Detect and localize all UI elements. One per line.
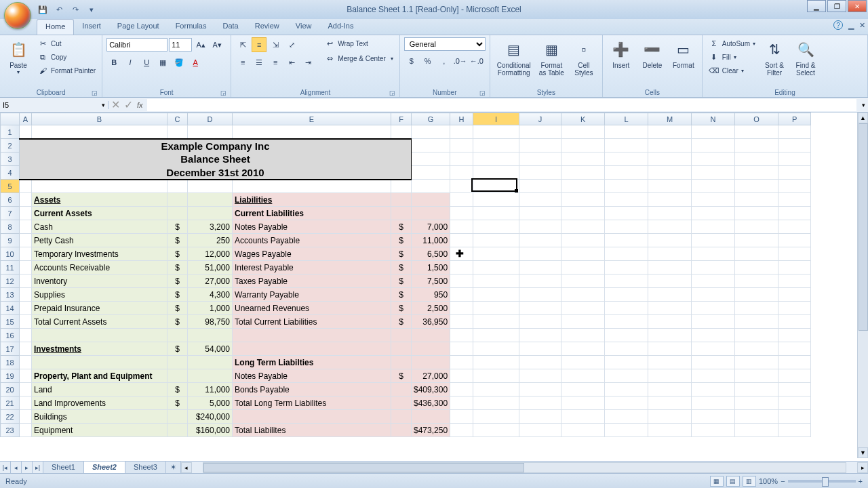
title-row-4[interactable]: December 31st 2010 xyxy=(20,166,412,180)
new-sheet-icon[interactable]: ✶ xyxy=(166,462,181,473)
align-center-icon[interactable]: ☰ xyxy=(252,55,267,70)
cell-M4[interactable] xyxy=(648,166,692,180)
page-break-view-icon[interactable]: ▥ xyxy=(743,476,756,487)
cell-O15[interactable] xyxy=(735,315,778,329)
cell-E20[interactable]: Bonds Payable xyxy=(233,383,391,396)
cell-B8[interactable]: Cash xyxy=(32,220,167,234)
cell-N20[interactable] xyxy=(692,383,735,396)
cell-H2[interactable] xyxy=(450,139,473,152)
cell-A8[interactable] xyxy=(20,220,32,234)
cell-J4[interactable] xyxy=(519,166,561,180)
cell-I6[interactable] xyxy=(473,193,519,207)
cell-L22[interactable] xyxy=(605,410,648,424)
cell-N10[interactable] xyxy=(692,247,735,261)
cell-K19[interactable] xyxy=(561,369,605,383)
row-head-1[interactable]: 1 xyxy=(1,125,20,139)
cell-K11[interactable] xyxy=(561,261,605,274)
row-head-6[interactable]: 6 xyxy=(1,193,20,207)
cell-A23[interactable] xyxy=(20,424,32,437)
cell-M14[interactable] xyxy=(648,302,692,315)
cell-P5[interactable] xyxy=(778,180,811,193)
cell-F17[interactable] xyxy=(391,342,412,356)
zoom-slider[interactable] xyxy=(788,480,856,483)
cell-G6[interactable] xyxy=(412,193,450,207)
cell-C10[interactable]: $ xyxy=(167,247,188,261)
cell-D21[interactable]: 5,000 xyxy=(188,396,233,410)
cell-M17[interactable] xyxy=(648,342,692,356)
cell-F8[interactable]: $ xyxy=(391,220,412,234)
cell-A12[interactable] xyxy=(20,274,32,288)
clear-button[interactable]: ⌫Clear▾ xyxy=(707,64,757,77)
cell-I11[interactable] xyxy=(473,261,519,274)
cell-I12[interactable] xyxy=(473,274,519,288)
cell-N3[interactable] xyxy=(692,152,735,166)
col-head-H[interactable]: H xyxy=(450,113,473,125)
decrease-indent-icon[interactable]: ⇤ xyxy=(284,55,299,70)
cell-C19[interactable] xyxy=(167,369,188,383)
cell-I17[interactable] xyxy=(473,342,519,356)
cell-P20[interactable] xyxy=(778,383,811,396)
row-head-23[interactable]: 23 xyxy=(1,424,20,437)
alignment-launcher-icon[interactable]: ◲ xyxy=(389,89,395,96)
align-right-icon[interactable]: ≡ xyxy=(268,55,283,70)
cell-P9[interactable] xyxy=(778,234,811,247)
cell-A21[interactable] xyxy=(20,396,32,410)
tab-page-layout[interactable]: Page Layout xyxy=(109,19,167,35)
cell-L18[interactable] xyxy=(605,356,648,369)
cell-B10[interactable]: Temporary Investments xyxy=(32,247,167,261)
fill-color-button[interactable]: 🪣 xyxy=(172,55,186,70)
name-box[interactable]: ▾ xyxy=(0,101,108,109)
cell-K12[interactable] xyxy=(561,274,605,288)
cell-C16[interactable] xyxy=(167,329,188,342)
cell-B9[interactable]: Petty Cash xyxy=(32,234,167,247)
cell-C17[interactable]: $ xyxy=(167,342,188,356)
cell-N23[interactable] xyxy=(692,424,735,437)
tab-addins[interactable]: Add-Ins xyxy=(319,19,361,35)
col-head-C[interactable]: C xyxy=(167,113,188,125)
cell-H9[interactable] xyxy=(450,234,473,247)
cell-D20[interactable]: 11,000 xyxy=(188,383,233,396)
cell-K17[interactable] xyxy=(561,342,605,356)
cell-K9[interactable] xyxy=(561,234,605,247)
cell-A17[interactable] xyxy=(20,342,32,356)
cell-K15[interactable] xyxy=(561,315,605,329)
cell-H3[interactable] xyxy=(450,152,473,166)
cell-F19[interactable]: $ xyxy=(391,369,412,383)
cell-O4[interactable] xyxy=(735,166,778,180)
cell-N1[interactable] xyxy=(692,125,735,139)
cell-P13[interactable] xyxy=(778,288,811,302)
cell-L6[interactable] xyxy=(605,193,648,207)
cell-L5[interactable] xyxy=(605,180,648,193)
cell-I16[interactable] xyxy=(473,329,519,342)
autosum-button[interactable]: ΣAutoSum▾ xyxy=(707,37,757,49)
align-top-icon[interactable]: ⇱ xyxy=(235,37,250,52)
zoom-level[interactable]: 100% xyxy=(759,477,778,485)
cell-I3[interactable] xyxy=(473,152,519,166)
cell-I18[interactable] xyxy=(473,356,519,369)
cell-D15[interactable]: 98,750 xyxy=(188,315,233,329)
cell-E22[interactable] xyxy=(233,410,391,424)
cell-B23[interactable]: Equipment xyxy=(32,424,167,437)
cell-L7[interactable] xyxy=(605,207,648,220)
vertical-scrollbar[interactable]: ▲ ▼ xyxy=(857,113,868,458)
cell-L14[interactable] xyxy=(605,302,648,315)
comma-format-icon[interactable]: , xyxy=(437,54,452,68)
cell-E15[interactable]: Total Current Liabilities xyxy=(233,315,391,329)
format-cells-button[interactable]: ▭Format xyxy=(669,37,698,70)
row-head-13[interactable]: 13 xyxy=(1,288,20,302)
cell-K22[interactable] xyxy=(561,410,605,424)
cell-B11[interactable]: Accounts Receivable xyxy=(32,261,167,274)
cell-A22[interactable] xyxy=(20,410,32,424)
cell-C11[interactable]: $ xyxy=(167,261,188,274)
cell-J23[interactable] xyxy=(519,424,561,437)
row-head-8[interactable]: 8 xyxy=(1,220,20,234)
cell-M21[interactable] xyxy=(648,396,692,410)
cell-P15[interactable] xyxy=(778,315,811,329)
cell-L13[interactable] xyxy=(605,288,648,302)
cell-L9[interactable] xyxy=(605,234,648,247)
cell-K6[interactable] xyxy=(561,193,605,207)
cell-E6[interactable]: Liabilities xyxy=(233,193,391,207)
cell-H23[interactable] xyxy=(450,424,473,437)
cell-G9[interactable]: 11,000 xyxy=(412,234,450,247)
cell-L21[interactable] xyxy=(605,396,648,410)
